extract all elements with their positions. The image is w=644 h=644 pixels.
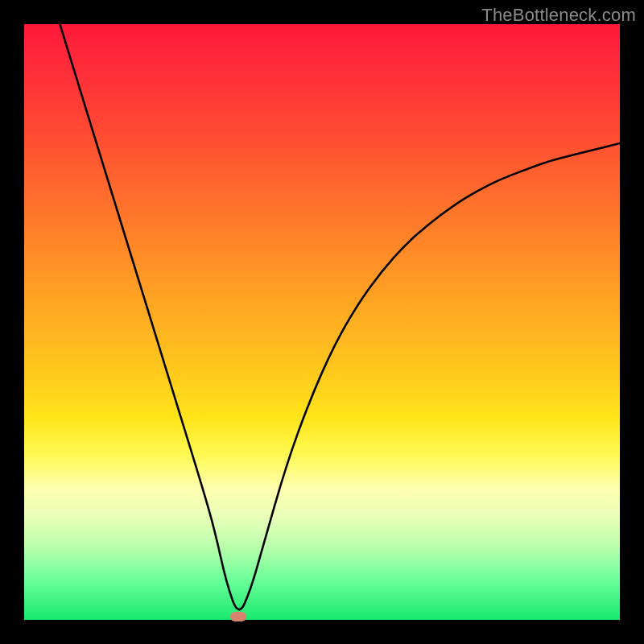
min-marker <box>230 612 246 621</box>
bottleneck-curve <box>24 24 620 620</box>
plot-area <box>24 24 620 620</box>
chart-frame: TheBottleneck.com <box>0 0 644 644</box>
attribution-label: TheBottleneck.com <box>481 5 636 26</box>
